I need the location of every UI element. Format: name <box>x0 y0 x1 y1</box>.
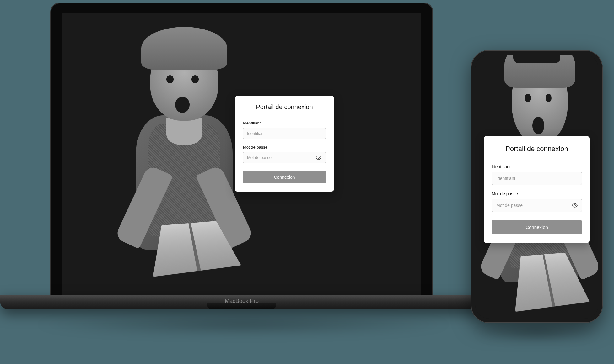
login-card-mobile: Portail de connexion Identifiant Mot de … <box>484 136 590 243</box>
login-submit-button[interactable]: Connexion <box>243 171 326 183</box>
password-label: Mot de passe <box>243 145 326 150</box>
phone-shadow <box>474 323 600 342</box>
login-title: Portail de connexion <box>492 145 582 153</box>
password-input[interactable] <box>243 152 326 163</box>
phone-device: Portail de connexion Identifiant Mot de … <box>471 50 603 323</box>
laptop-screen: Portail de connexion Identifiant Mot de … <box>62 13 421 295</box>
svg-point-1 <box>574 205 576 206</box>
laptop-bezel: Portail de connexion Identifiant Mot de … <box>50 3 433 295</box>
identifier-field-wrap <box>492 172 582 185</box>
eye-icon <box>316 155 321 161</box>
identifier-label: Identifiant <box>243 121 326 125</box>
toggle-password-visibility-button[interactable] <box>315 154 323 162</box>
identifier-field-wrap <box>243 128 326 139</box>
password-input[interactable] <box>492 199 582 212</box>
laptop-shadow <box>31 314 455 335</box>
laptop-notch <box>207 303 276 309</box>
password-field-wrap <box>243 152 326 163</box>
eye-icon <box>572 203 578 208</box>
toggle-password-visibility-button[interactable] <box>571 201 579 209</box>
phone-screen: Portail de connexion Identifiant Mot de … <box>475 55 598 319</box>
login-title: Portail de connexion <box>243 103 326 111</box>
login-card: Portail de connexion Identifiant Mot de … <box>235 96 334 192</box>
laptop-device: Portail de connexion Identifiant Mot de … <box>0 3 483 309</box>
identifier-label: Identifiant <box>492 164 582 169</box>
password-field-wrap <box>492 199 582 212</box>
password-label: Mot de passe <box>492 191 582 196</box>
phone-notch <box>513 55 560 63</box>
laptop-base: MacBook Pro <box>0 295 483 309</box>
identifier-input[interactable] <box>492 172 582 185</box>
login-submit-button[interactable]: Connexion <box>492 220 582 234</box>
identifier-input[interactable] <box>243 128 326 139</box>
svg-point-0 <box>318 157 320 158</box>
